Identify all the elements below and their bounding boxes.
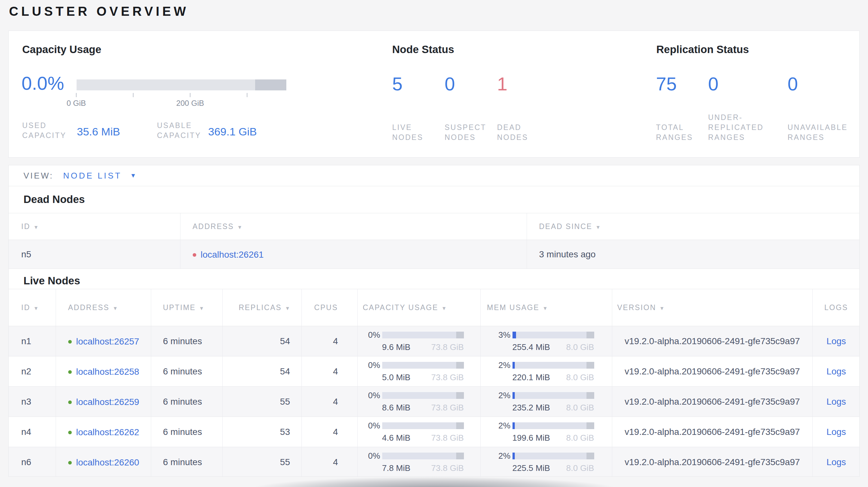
replication-status-title: Replication Status <box>656 43 749 56</box>
version-text: v19.2.0-alpha.20190606-2491-gfe735c9a97 <box>625 397 800 407</box>
live-nodes-title: Live Nodes <box>24 274 859 287</box>
capacity-total-value: 73.8 GiB <box>431 342 464 352</box>
column-header-address[interactable]: ADDRESS▼ <box>180 213 527 240</box>
capacity-percent: 0.0% <box>22 73 64 94</box>
node-status-title: Node Status <box>392 43 454 56</box>
capacity-bar-reserved <box>456 392 464 399</box>
mem-mini-bar <box>513 362 594 369</box>
view-selector-dropdown[interactable]: NODE LIST ▼ <box>63 171 136 181</box>
node-address-link[interactable]: localhost:26259 <box>76 397 139 407</box>
uptime-cell: 6 minutes <box>151 326 222 356</box>
uptime-cell: 6 minutes <box>151 417 222 447</box>
capacity-used-value: 4.6 MiB <box>382 433 410 443</box>
mem-bar-reserved <box>587 332 594 338</box>
cpus-cell: 4 <box>302 417 358 447</box>
replicas-cell: 53 <box>222 417 302 447</box>
capacity-usage-cell: 0% 5.0 MiB 73.8 GiB <box>358 356 480 387</box>
cpus-cell: 4 <box>302 387 358 417</box>
capacity-percent-label: 0% <box>363 451 380 461</box>
mem-mini-bar <box>513 392 594 399</box>
capacity-total-value: 73.8 GiB <box>431 403 464 413</box>
version-text: v19.2.0-alpha.20190606-2491-gfe735c9a97 <box>625 366 800 376</box>
mem-mini-bar <box>513 453 594 459</box>
capacity-mini-bar <box>382 392 464 399</box>
capacity-usage-cell: 0% 4.6 MiB 73.8 GiB <box>358 417 480 447</box>
capacity-used-value: 9.6 MiB <box>382 342 410 352</box>
mem-bar-fill <box>513 392 515 399</box>
mem-used-value: 225.5 MiB <box>513 463 550 473</box>
version-cell: v19.2.0-alpha.20190606-2491-gfe735c9a97 <box>612 356 812 387</box>
mem-used-value: 220.1 MiB <box>513 372 550 383</box>
column-header-replicas[interactable]: REPLICAS▼ <box>222 289 302 326</box>
axis-tick-label: 200 GiB <box>176 99 204 108</box>
replicas-cell: 54 <box>222 356 302 387</box>
cpus-cell: 4 <box>302 356 358 387</box>
capacity-usage-title: Capacity Usage <box>22 43 101 56</box>
cpus-cell: 4 <box>302 447 358 477</box>
axis-tick <box>133 93 133 97</box>
logs-link[interactable]: Logs <box>827 366 846 376</box>
usable-capacity-stat: USABLE CAPACITY 369.1 GiB <box>157 121 205 140</box>
column-header-cpus: CPUS <box>302 289 358 326</box>
column-header-dead-since[interactable]: DEAD SINCE▼ <box>527 213 860 240</box>
column-header-id[interactable]: ID▼ <box>9 213 180 240</box>
column-header-id[interactable]: ID▼ <box>9 289 56 326</box>
mem-bar-fill <box>513 362 515 369</box>
mem-bar-fill <box>513 453 515 459</box>
logs-cell: Logs <box>812 387 860 417</box>
mem-usage-cell: 2% 220.1 MiB 8.0 GiB <box>480 356 612 387</box>
mem-used-value: 199.6 MiB <box>513 433 550 443</box>
capacity-bar-reserved <box>456 362 464 369</box>
sort-arrow-icon: ▼ <box>199 305 204 311</box>
capacity-percent-label: 0% <box>363 330 380 340</box>
uptime-cell: 6 minutes <box>151 387 222 417</box>
axis-tick <box>247 93 247 97</box>
capacity-used-value: 5.0 MiB <box>382 372 410 383</box>
sort-arrow-icon: ▼ <box>33 305 39 311</box>
column-header-capacity-usage[interactable]: CAPACITY USAGE▼ <box>358 289 480 326</box>
uptime-cell: 6 minutes <box>151 447 222 477</box>
mem-usage-cell: 2% 199.6 MiB 8.0 GiB <box>480 417 612 447</box>
capacity-total-value: 73.8 GiB <box>431 372 464 383</box>
node-id-cell: n3 <box>9 387 56 417</box>
mem-total-value: 8.0 GiB <box>566 403 594 413</box>
live-status-dot-icon <box>68 461 72 464</box>
mem-percent-label: 2% <box>493 390 510 400</box>
live-nodes-header-row: ID▼ADDRESS▼UPTIME▼REPLICAS▼CPUSCAPACITY … <box>9 289 860 326</box>
logs-link[interactable]: Logs <box>827 457 846 467</box>
column-header-address[interactable]: ADDRESS▼ <box>56 289 151 326</box>
mem-used-value: 255.4 MiB <box>513 342 550 352</box>
uptime-cell: 6 minutes <box>151 356 222 387</box>
mem-total-value: 8.0 GiB <box>566 342 594 352</box>
summary-stat: 0UNDER-REPLICATED RANGES <box>708 73 776 95</box>
mem-usage-cell: 2% 225.5 MiB 8.0 GiB <box>480 447 612 477</box>
column-header-uptime[interactable]: UPTIME▼ <box>151 289 222 326</box>
node-address-cell: localhost:26257 <box>56 326 151 356</box>
capacity-bar-reserved <box>456 332 464 338</box>
logs-cell: Logs <box>812 417 860 447</box>
logs-link[interactable]: Logs <box>827 427 846 437</box>
sort-arrow-icon: ▼ <box>33 225 39 230</box>
sort-arrow-icon: ▼ <box>543 305 548 311</box>
mem-bar-fill <box>513 332 516 338</box>
logs-link[interactable]: Logs <box>827 336 846 346</box>
node-address-link[interactable]: localhost:26262 <box>76 427 139 437</box>
table-row: n5 localhost:26261 3 minutes ago <box>9 240 860 269</box>
column-header-version[interactable]: VERSION▼ <box>612 289 812 326</box>
used-capacity-label: USED CAPACITY <box>22 121 70 140</box>
axis-tick-label: 0 GiB <box>67 99 86 108</box>
node-address-link[interactable]: localhost:26258 <box>76 367 139 377</box>
version-cell: v19.2.0-alpha.20190606-2491-gfe735c9a97 <box>612 417 812 447</box>
cpus-cell: 4 <box>302 326 358 356</box>
bottom-shadow <box>199 477 669 487</box>
dead-nodes-table: ID▼ADDRESS▼DEAD SINCE▼ n5 localhost:2626… <box>9 213 860 269</box>
node-address-cell: localhost:26261 <box>180 240 527 269</box>
node-address-link[interactable]: localhost:26257 <box>76 336 139 347</box>
stat-label: UNDER-REPLICATED RANGES <box>708 112 768 142</box>
node-address-link[interactable]: localhost:26261 <box>201 250 264 260</box>
dead-status-dot-icon <box>193 253 196 257</box>
logs-link[interactable]: Logs <box>827 397 846 407</box>
node-address-link[interactable]: localhost:26260 <box>76 457 139 468</box>
capacity-gauge-reserved-segment <box>255 79 286 90</box>
column-header-mem-usage[interactable]: MEM USAGE▼ <box>480 289 612 326</box>
